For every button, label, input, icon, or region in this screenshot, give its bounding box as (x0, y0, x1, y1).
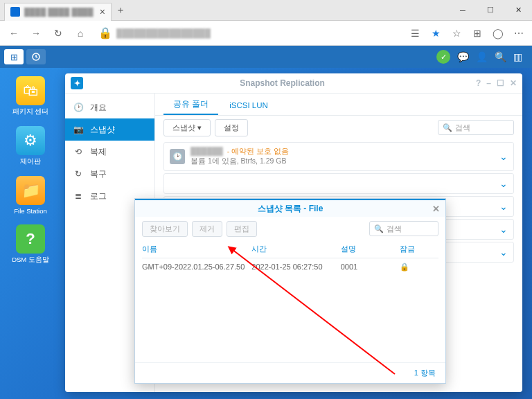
chevron-down-icon[interactable]: ⌄ (499, 178, 508, 189)
desktop-icon-control-panel[interactable]: ⚙제어판 (8, 126, 53, 166)
nav-reload-icon[interactable]: ↻ (48, 24, 68, 43)
chevron-down-icon[interactable]: ⌄ (499, 151, 508, 162)
folder-row[interactable]: ⌄ (163, 173, 514, 194)
app-maximize-icon[interactable]: ☐ (497, 78, 504, 88)
chevron-down-icon[interactable]: ⌄ (499, 247, 508, 258)
dialog-close-icon[interactable]: ✕ (432, 204, 440, 214)
desktop-icon-help[interactable]: ?DSM 도움말 (8, 224, 53, 265)
cell-desc: 0001 (341, 263, 400, 272)
user-icon[interactable]: 👤 (476, 51, 488, 62)
app-minimize-icon[interactable]: – (486, 78, 491, 88)
log-icon: ≣ (73, 191, 83, 201)
table-row[interactable]: GMT+09-2022.01.25-06.27.50 2022-01-25 06… (142, 258, 438, 276)
desktop-icon-package-center[interactable]: 🛍패키지 센터 (8, 76, 53, 116)
nav-back-icon[interactable]: ← (4, 24, 24, 43)
item-count: 1 항목 (414, 368, 436, 378)
col-lock[interactable]: 잠금 (400, 244, 438, 254)
favorite-star-icon[interactable]: ★ (427, 28, 445, 39)
new-tab-button[interactable]: ＋ (116, 4, 125, 17)
snapshot-table: 이름 시간 설명 잠금 GMT+09-2022.01.25-06.27.50 2… (135, 240, 445, 362)
replication-icon: ⟲ (73, 147, 83, 157)
sidebar-item-snapshot[interactable]: 📷스냅샷 (65, 118, 154, 141)
folder-subtitle: 볼륨 1에 있음, Btrfs, 1.29 GB (190, 157, 289, 166)
file-station-icon: 📁 (16, 176, 45, 205)
chevron-down-icon[interactable]: ⌄ (499, 224, 508, 235)
nav-forward-icon[interactable]: → (26, 24, 46, 43)
chat-icon[interactable]: 💬 (457, 51, 469, 62)
dialog-footer: 1 항목 (135, 362, 445, 383)
search-icon[interactable]: 🔍 (495, 51, 506, 62)
search-input[interactable]: 🔍검색 (438, 120, 514, 135)
nav-home-icon[interactable]: ⌂ (71, 24, 90, 43)
overview-icon: 🕑 (73, 103, 83, 112)
window-controls: ─ ☐ ✕ (449, 0, 532, 21)
settings-button[interactable]: 설정 (215, 119, 248, 136)
more-icon[interactable]: ⋯ (510, 28, 528, 39)
browser-tab[interactable]: ████ ████ ████ × (4, 3, 112, 21)
tab-iscsi-lun[interactable]: iSCSI LUN (220, 97, 278, 115)
window-close[interactable]: ✕ (504, 0, 532, 21)
table-header: 이름 시간 설명 잠금 (142, 240, 438, 258)
folder-name: ██████ (190, 147, 223, 155)
package-icon: 🛍 (16, 76, 45, 105)
help-icon: ? (16, 224, 45, 254)
sidebar-item-overview[interactable]: 🕑개요 (65, 96, 154, 118)
snapshot-list-dialog: 스냅샷 목록 - File ✕ 찾아보기 제거 편집 🔍검색 이름 시간 설명 … (134, 198, 446, 384)
recovery-icon: ↻ (73, 169, 83, 179)
favorites-icon[interactable]: ☆ (447, 28, 466, 39)
snapshot-icon: 📷 (73, 125, 83, 134)
col-time[interactable]: 시간 (251, 244, 340, 254)
dsm-launcher-icon[interactable]: ⊞ (4, 49, 24, 64)
folder-row[interactable]: 🕑 ██████- 예약된 보호 없음 볼륨 1에 있음, Btrfs, 1.2… (163, 142, 514, 171)
address-bar[interactable]: 🔒 ████████████████ (93, 26, 403, 39)
dialog-title: 스냅샷 목록 - File (258, 203, 323, 215)
reader-icon[interactable]: ☰ (406, 28, 424, 39)
search-icon: 🔍 (443, 123, 452, 132)
dsm-topbar: ⊞ ✓ 💬 👤 🔍 ▥ (0, 46, 532, 68)
tabs: 공유 폴더 iSCSI LUN (155, 94, 522, 116)
lock-icon: 🔒 (98, 26, 112, 39)
dialog-search-input[interactable]: 🔍검색 (369, 221, 438, 236)
cell-time: 2022-01-25 06:27:50 (251, 263, 340, 272)
address-text: ████████████████ (116, 28, 211, 38)
tab-shared-folder[interactable]: 공유 폴더 (163, 95, 218, 115)
app-title: Snapshot Replication (89, 78, 476, 88)
sidebar-item-replication[interactable]: ⟲복제 (65, 141, 154, 163)
chevron-down-icon[interactable]: ⌄ (499, 201, 508, 212)
tab-close-icon[interactable]: × (100, 6, 105, 17)
clock-icon: 🕑 (170, 149, 185, 164)
toolbar: 스냅샷 ▾ 설정 🔍검색 (155, 116, 522, 139)
tab-title: ████ ████ ████ (24, 8, 100, 16)
app-close-icon[interactable]: ✕ (510, 78, 517, 88)
browser-titlebar: ████ ████ ████ × ＋ ─ ☐ ✕ (0, 0, 532, 21)
profile-icon[interactable]: ◯ (489, 28, 507, 39)
lock-icon: 🔒 (400, 263, 438, 272)
window-minimize[interactable]: ─ (449, 0, 477, 21)
widget-icon[interactable]: ▥ (513, 51, 522, 62)
dialog-toolbar: 찾아보기 제거 편집 🔍검색 (135, 217, 445, 240)
desktop-icons: 🛍패키지 센터 ⚙제어판 📁File Station ?DSM 도움말 (8, 76, 53, 274)
dsm-desktop: 🛍패키지 센터 ⚙제어판 📁File Station ?DSM 도움말 ✦ Sn… (0, 68, 532, 399)
dsm-taskbar-item[interactable] (26, 49, 46, 64)
notification-badge-icon[interactable]: ✓ (436, 50, 450, 64)
edit-button[interactable]: 편집 (227, 221, 257, 237)
remove-button[interactable]: 제거 (192, 221, 222, 237)
cell-name: GMT+09-2022.01.25-06.27.50 (142, 263, 251, 272)
snapshot-dropdown-button[interactable]: 스냅샷 ▾ (163, 119, 211, 136)
browse-button[interactable]: 찾아보기 (142, 221, 188, 237)
app-titlebar[interactable]: ✦ Snapshot Replication ? – ☐ ✕ (65, 73, 522, 93)
collections-icon[interactable]: ⊞ (468, 28, 486, 39)
dialog-titlebar[interactable]: 스냅샷 목록 - File ✕ (135, 199, 445, 217)
app-icon: ✦ (71, 77, 83, 89)
tab-favicon (10, 7, 20, 17)
desktop-icon-file-station[interactable]: 📁File Station (8, 176, 53, 215)
control-panel-icon: ⚙ (16, 126, 45, 155)
folder-warning: - 예약된 보호 없음 (227, 147, 289, 155)
browser-toolbar: ← → ↻ ⌂ 🔒 ████████████████ ☰ ★ ☆ ⊞ ◯ ⋯ (0, 21, 532, 46)
search-icon: 🔍 (374, 224, 384, 233)
app-help-icon[interactable]: ? (476, 78, 481, 88)
col-desc[interactable]: 설명 (341, 244, 400, 254)
col-name[interactable]: 이름 (142, 244, 251, 254)
window-maximize[interactable]: ☐ (477, 0, 504, 21)
sidebar-item-recovery[interactable]: ↻복구 (65, 163, 154, 185)
